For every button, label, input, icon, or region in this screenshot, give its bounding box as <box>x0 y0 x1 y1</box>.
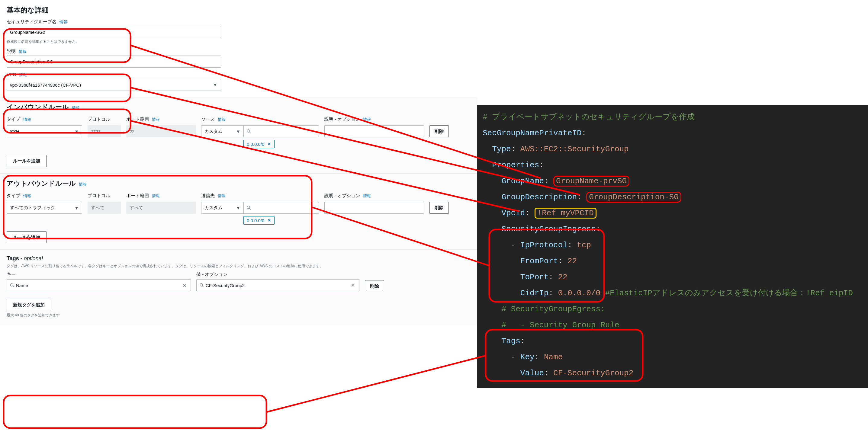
add-rule-button[interactable]: ルールを追加 <box>7 231 46 243</box>
tag-key-label: キー <box>7 272 191 278</box>
tag-value-label: 値 - オプション <box>196 272 360 278</box>
rule-dest-search-input[interactable] <box>243 202 319 214</box>
chevron-down-icon: ▼ <box>236 205 240 211</box>
rule-type-select[interactable]: すべてのトラフィック ▼ <box>7 202 82 214</box>
delete-tag-button[interactable]: 削除 <box>365 280 384 292</box>
search-icon <box>199 283 204 287</box>
rule-protocol-input <box>88 202 121 214</box>
vpc-label: VPC <box>7 72 16 77</box>
rule-type-select[interactable]: SSH ▼ <box>7 125 82 137</box>
search-icon <box>247 129 251 133</box>
col-dest-label: 送信先 <box>201 193 215 198</box>
svg-point-2 <box>247 206 250 209</box>
info-link[interactable]: 情報 <box>363 193 371 198</box>
chevron-down-icon: ▼ <box>213 83 217 87</box>
svg-line-7 <box>203 286 204 287</box>
info-link[interactable]: 情報 <box>19 72 27 77</box>
info-link[interactable]: 情報 <box>152 117 160 122</box>
add-rule-button[interactable]: ルールを追加 <box>7 155 46 167</box>
info-link[interactable]: 情報 <box>363 117 371 122</box>
vpc-select-value: vpc-03b8f4a167744906c (CF-VPC) <box>10 83 218 88</box>
svg-point-0 <box>247 129 250 132</box>
svg-point-4 <box>10 284 13 286</box>
rule-dest-mode-select[interactable]: カスタム ▼ <box>201 202 243 214</box>
svg-line-5 <box>13 286 14 287</box>
col-protocol-label: プロトコル <box>88 193 110 198</box>
inbound-title: インバウンドルール <box>7 103 69 112</box>
col-desc-label: 説明 - オプション <box>324 117 360 122</box>
rule-desc-input[interactable] <box>324 125 424 137</box>
svg-line-3 <box>249 208 251 210</box>
sg-name-label: セキュリティグループ名 <box>7 19 57 24</box>
search-icon <box>10 283 14 287</box>
col-port-label: ポート範囲 <box>126 117 149 122</box>
tag-key-input[interactable]: Name ✕ <box>7 279 191 291</box>
info-link[interactable]: 情報 <box>152 193 160 198</box>
rule-port-input <box>126 125 196 137</box>
info-link[interactable]: 情報 <box>218 193 226 198</box>
rule-desc-input[interactable] <box>324 202 424 214</box>
add-new-tag-button[interactable]: 新規タグを追加 <box>7 299 51 311</box>
tags-description: タグは、AWS リソースに割り当てるラベルです。各タグはキーとオプションの値で構… <box>7 263 470 269</box>
col-desc-label: 説明 - オプション <box>324 193 360 198</box>
delete-rule-button[interactable]: 削除 <box>430 125 449 137</box>
close-icon[interactable]: ✕ <box>267 218 271 223</box>
rule-protocol-input <box>88 125 121 137</box>
col-type-label: タイプ <box>7 193 20 198</box>
vpc-select[interactable]: vpc-03b8f4a167744906c (CF-VPC) ▼ <box>7 79 221 91</box>
chevron-down-icon: ▼ <box>74 205 79 211</box>
sg-desc-input[interactable] <box>7 56 221 68</box>
outbound-title: アウトバウンドルール <box>7 179 76 188</box>
svg-point-6 <box>200 284 203 286</box>
info-link[interactable]: 情報 <box>79 182 87 187</box>
tags-limit-note: 最大 49 個のタグを追加できます <box>7 313 470 318</box>
info-link[interactable]: 情報 <box>23 193 31 198</box>
cidr-tag[interactable]: 0.0.0.0/0 ✕ <box>243 140 275 148</box>
sg-name-input[interactable] <box>7 26 221 38</box>
yaml-code: # プライベートサブネットのセキュリティグループを作成 SecGroupName… <box>477 105 868 388</box>
rule-port-input <box>126 202 196 214</box>
col-type-label: タイプ <box>7 117 20 122</box>
info-link[interactable]: 情報 <box>19 49 27 54</box>
col-protocol-label: プロトコル <box>88 117 110 122</box>
search-icon <box>247 205 251 210</box>
tag-value-input[interactable]: CF-SecurityGroup2 ✕ <box>196 279 360 291</box>
close-icon[interactable]: ✕ <box>350 283 356 288</box>
info-link[interactable]: 情報 <box>72 106 80 110</box>
chevron-down-icon: ▼ <box>236 129 240 134</box>
info-link[interactable]: 情報 <box>218 117 226 122</box>
tags-title: Tags - optional <box>7 255 43 261</box>
col-source-label: ソース <box>201 117 215 122</box>
delete-rule-button[interactable]: 削除 <box>430 202 449 214</box>
chevron-down-icon: ▼ <box>74 129 79 134</box>
rule-source-mode-select[interactable]: カスタム ▼ <box>201 125 243 137</box>
rule-source-search-input[interactable] <box>243 125 319 137</box>
svg-line-1 <box>249 132 251 133</box>
basic-details-title: 基本的な詳細 <box>7 5 470 15</box>
col-port-label: ポート範囲 <box>126 193 149 198</box>
sg-name-note: 作成後に名前を編集することはできません。 <box>7 39 470 44</box>
sg-desc-label: 説明 <box>7 49 16 54</box>
close-icon[interactable]: ✕ <box>267 141 271 147</box>
close-icon[interactable]: ✕ <box>181 283 188 288</box>
info-link[interactable]: 情報 <box>60 20 67 24</box>
cidr-tag[interactable]: 0.0.0.0/0 ✕ <box>243 216 275 225</box>
info-link[interactable]: 情報 <box>23 117 31 122</box>
